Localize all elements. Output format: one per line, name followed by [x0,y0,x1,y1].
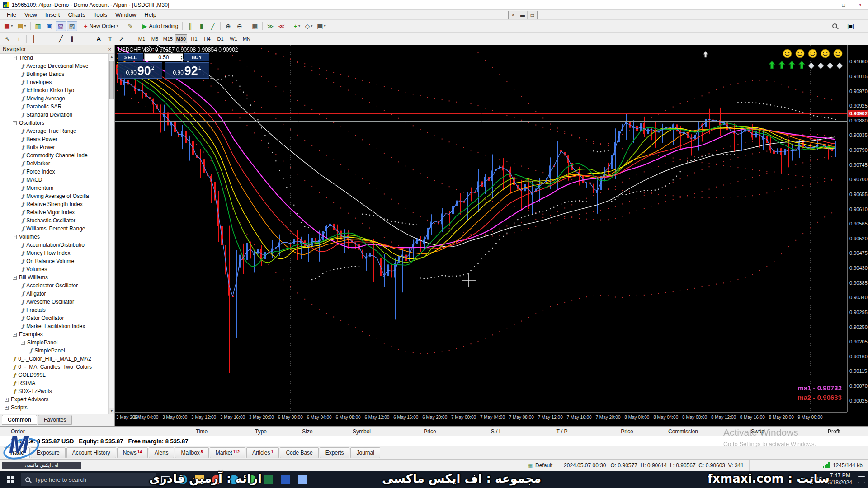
scroll-down-icon[interactable]: ▼ [109,408,114,414]
tree-item-money-flow-index[interactable]: ƒMoney Flow Index [0,249,108,257]
maximize-button[interactable]: □ [835,0,852,9]
terminal-tab-trade[interactable]: Trade [4,447,30,458]
tree-item-scripts[interactable]: +Scripts [0,404,108,412]
sell-button[interactable]: SELL [118,53,143,61]
navigator-close-icon[interactable]: × [107,47,113,52]
tree-item-williams-percent-range[interactable]: ƒWilliams' Percent Range [0,225,108,233]
sell-price[interactable]: 0.90902 [118,62,162,79]
column-header-swap[interactable]: Swap [751,428,764,435]
excel-icon[interactable] [259,471,277,488]
timeframe-h1[interactable]: H1 [188,34,200,43]
metaeditor-icon[interactable]: ✎ [125,21,136,31]
navigator-icon[interactable]: ▧ [56,21,66,31]
tree-item-bollinger-bands[interactable]: ƒBollinger Bands [0,70,108,78]
tree-item-accelerator-oscillator[interactable]: ƒAccelerator Oscillator [0,282,108,290]
menu-insert[interactable]: Insert [41,10,64,19]
vertical-line-tool-icon[interactable]: │ [29,34,39,44]
tree-item-simplepanel[interactable]: ƒSimplePanel [0,347,108,355]
tree-item-sdx-tzpivots[interactable]: ƒSDX-TzPivots [0,387,108,395]
volume-input[interactable]: 0.50 ▴▾ [144,53,183,61]
menu-charts[interactable]: Charts [64,10,89,19]
tree-item-force-index[interactable]: ƒForce Index [0,168,108,176]
close-chart-icon[interactable]: × [509,11,518,19]
terminal-icon[interactable]: ▨ [67,21,77,31]
tree-item-bill-williams[interactable]: −Bill Williams [0,273,108,282]
tree-item-oscillators[interactable]: −Oscillators [0,119,108,127]
tree-item-stochastic-oscillator[interactable]: ƒStochastic Oscillator [0,216,108,225]
timeframe-w1[interactable]: W1 [227,34,240,43]
menu-window[interactable]: Window [111,10,140,19]
column-header-s-l[interactable]: S / L [491,428,502,435]
expand-icon[interactable]: + [5,406,9,410]
collapse-icon[interactable]: − [21,341,25,345]
tree-item-macd[interactable]: ƒMACD [0,176,108,184]
bar-chart-icon[interactable]: ║ [185,21,195,31]
tree-item-average-directional-move[interactable]: ƒAverage Directional Move [0,62,108,70]
tree-item-standard-deviation[interactable]: ƒStandard Deviation [0,111,108,119]
buy-price[interactable]: 0.90921 [165,62,209,79]
terminal-tab-code-base[interactable]: Code Base [280,447,318,458]
connection-pane[interactable]: 1245/144 kb [817,460,868,471]
column-header-symbol[interactable]: Symbol [353,428,371,435]
navigator-scrollbar[interactable]: ▲ ▼ [108,54,114,414]
profile-pane[interactable]: ▦ Default [522,460,558,471]
time-axis[interactable]: 3 May 20243 May 04:003 May 08:003 May 12… [115,412,847,426]
scrollbar-thumb[interactable] [109,61,114,99]
text-tool-icon[interactable]: A [94,34,104,44]
timeframe-d1[interactable]: D1 [214,34,226,43]
tile-windows-icon[interactable]: ▦ [250,21,260,31]
scroll-up-icon[interactable]: ▲ [109,54,114,60]
tree-item-awesome-oscillator[interactable]: ƒAwesome Oscillator [0,298,108,306]
new-order-button[interactable]: +New Order▾ [82,21,120,31]
line-chart-icon[interactable]: ╱ [208,21,218,31]
tree-item-relative-vigor-index[interactable]: ƒRelative Vigor Index [0,208,108,216]
timeframe-m1[interactable]: M1 [136,34,148,43]
buy-button[interactable]: BUY [184,53,209,61]
timeframe-m15[interactable]: M15 [162,34,174,43]
menu-help[interactable]: Help [140,10,160,19]
channel-tool-icon[interactable]: ∥ [67,34,77,44]
tree-item-examples[interactable]: −Examples [0,330,108,338]
collapse-icon[interactable]: − [13,333,17,337]
horizontal-line-tool-icon[interactable]: ─ [40,34,51,44]
timeframe-m30[interactable]: M30 [175,34,187,43]
tree-item-moving-average-of-oscilla[interactable]: ƒMoving Average of Oscilla [0,192,108,200]
column-header-type[interactable]: Type [255,428,267,435]
arrow-tool-icon[interactable]: ↗ [116,34,127,44]
menu-view[interactable]: View [20,10,41,19]
profiles-icon[interactable]: ▤▾ [15,21,28,31]
indicators-icon[interactable]: +▾ [292,21,302,31]
tree-item-bulls-power[interactable]: ƒBulls Power [0,143,108,151]
word-icon[interactable] [277,471,294,488]
column-header-profit[interactable]: Profit [828,428,840,435]
tree-item-rsima[interactable]: ƒRSIMA [0,379,108,387]
column-header-price-2[interactable]: Price [621,428,633,435]
notification-center-icon[interactable] [858,476,865,483]
terminal-tab-account-history[interactable]: Account History [66,447,116,458]
fibonacci-tool-icon[interactable]: ≡ [78,34,89,44]
timeframe-mn[interactable]: MN [241,34,253,43]
minimize-chart-icon[interactable]: ▬ [518,11,528,19]
crosshair-tool-icon[interactable]: + [14,34,24,44]
terminal-tab-market[interactable]: Market112 [210,447,245,458]
collapse-icon[interactable]: − [13,121,17,125]
collapse-icon[interactable]: − [13,276,17,280]
column-header-price[interactable]: Price [424,428,436,435]
terminal-tab-mailbox[interactable]: Mailbox8 [175,447,208,458]
tree-item-gator-oscillator[interactable]: ƒGator Oscillator [0,314,108,322]
navigator-tab-common[interactable]: Common [2,415,37,425]
metatrader-icon[interactable] [294,471,311,488]
label-tool-icon[interactable]: T [105,34,115,44]
quick-panel-icon[interactable]: ▣ [845,21,856,31]
tree-item-simplepanel[interactable]: −SimplePanel [0,338,108,347]
chart-shift-icon[interactable]: ≪ [276,21,287,31]
terminal-tab-news[interactable]: News14 [117,447,148,458]
autotrading-button[interactable]: ▶AutoTrading [141,21,180,31]
column-header-order[interactable]: Order [11,428,25,435]
templates-icon[interactable]: ▤▾ [315,21,327,31]
price-axis[interactable]: 0.910600.910150.909700.909250.908800.908… [847,45,868,412]
tree-item-bears-power[interactable]: ƒBears Power [0,135,108,143]
tree-item-alligator[interactable]: ƒAlligator [0,290,108,298]
taskbar-clock[interactable]: 7:47 PM 5/18/2024 [828,472,852,486]
menu-tools[interactable]: Tools [90,10,111,19]
